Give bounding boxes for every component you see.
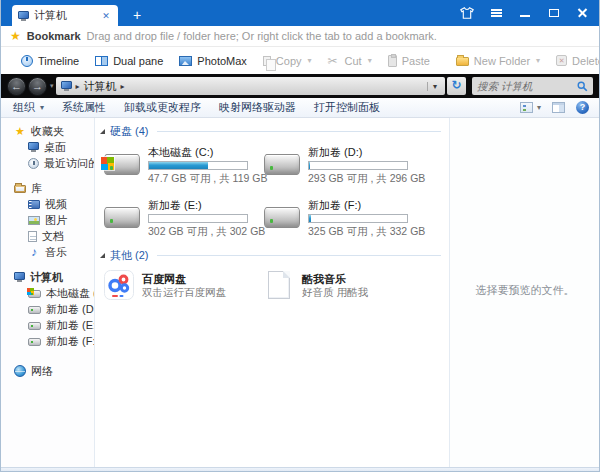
videos-icon bbox=[28, 200, 40, 209]
clover-skin-shirt-icon[interactable] bbox=[460, 6, 474, 20]
search-box[interactable] bbox=[472, 77, 593, 95]
organize-label: 组织 bbox=[13, 100, 35, 115]
breadcrumb-location[interactable]: 计算机 bbox=[84, 79, 117, 94]
new-folder-label: New Folder bbox=[474, 55, 530, 67]
drive-tile-e[interactable]: 新加卷 (E:) 302 GB 可用 , 共 302 GB bbox=[104, 199, 264, 239]
sidebar-item-drive-c[interactable]: 本地磁盘 (C:) bbox=[0, 285, 94, 301]
group-header-label: 其他 (2) bbox=[110, 248, 149, 263]
open-control-panel-button[interactable]: 打开控制面板 bbox=[305, 100, 389, 115]
minimize-icon[interactable] bbox=[518, 6, 532, 20]
sidebar-group-favorites[interactable]: 收藏夹 bbox=[0, 123, 94, 139]
desktop-icon bbox=[28, 142, 39, 150]
maximize-icon[interactable] bbox=[547, 6, 561, 20]
libraries-icon bbox=[14, 185, 26, 193]
chevron-down-icon bbox=[40, 103, 44, 112]
drive-tile-f[interactable]: 新加卷 (F:) 325 GB 可用 , 共 332 GB bbox=[264, 199, 424, 239]
delete-button[interactable]: Delete bbox=[548, 50, 600, 72]
recent-pages-chevron-icon[interactable] bbox=[50, 82, 54, 90]
refresh-button[interactable] bbox=[447, 77, 466, 95]
close-icon[interactable] bbox=[576, 6, 590, 20]
map-network-drive-label: 映射网络驱动器 bbox=[219, 100, 296, 115]
chevron-down-icon[interactable] bbox=[368, 56, 372, 65]
bookmark-bar[interactable]: Bookmark Drag and drop file / folder her… bbox=[0, 26, 600, 47]
help-icon[interactable] bbox=[576, 101, 589, 114]
group-header-hard-disks[interactable]: 硬盘 (4) bbox=[100, 124, 441, 139]
capacity-bar-fill bbox=[309, 215, 311, 222]
change-view-button[interactable] bbox=[520, 102, 541, 113]
timeline-label: Timeline bbox=[38, 55, 79, 67]
sidebar-item-label: 桌面 bbox=[44, 140, 66, 155]
sidebar-item-drive-d[interactable]: 新加卷 (D:) bbox=[0, 301, 94, 317]
sidebar-item-label: 新加卷 (E:) bbox=[46, 318, 95, 333]
sidebar-group-libraries[interactable]: 库 bbox=[0, 180, 94, 196]
preview-pane-toggle-icon[interactable] bbox=[552, 102, 565, 113]
delete-label: Delete bbox=[572, 55, 600, 67]
copy-icon bbox=[263, 56, 271, 66]
chevron-down-icon[interactable] bbox=[536, 56, 540, 65]
tab-computer[interactable]: 计算机 bbox=[12, 5, 118, 26]
drive-detail: 47.7 GB 可用 , 共 119 GB bbox=[148, 172, 252, 186]
sidebar-item-videos[interactable]: 视频 bbox=[0, 196, 94, 212]
sidebar-group-computer[interactable]: 计算机 bbox=[0, 269, 94, 285]
kuwo-music-icon bbox=[268, 271, 290, 299]
paste-label: Paste bbox=[402, 55, 430, 67]
menu-icon[interactable] bbox=[489, 6, 503, 20]
music-icon bbox=[28, 245, 40, 259]
sidebar-item-desktop[interactable]: 桌面 bbox=[0, 139, 94, 155]
scissors-icon bbox=[328, 54, 340, 68]
app-tile-baidu-netdisk[interactable]: 百度网盘 双击运行百度网盘 bbox=[104, 270, 264, 300]
drive-icon bbox=[28, 306, 41, 314]
preview-pane: 选择要预览的文件。 bbox=[449, 118, 600, 467]
tab-close-icon[interactable] bbox=[100, 10, 112, 22]
group-header-other[interactable]: 其他 (2) bbox=[100, 248, 441, 263]
sidebar-item-drive-f[interactable]: 新加卷 (F:) bbox=[0, 333, 94, 349]
dual-pane-icon bbox=[95, 56, 108, 66]
search-icon[interactable] bbox=[577, 81, 588, 92]
breadcrumb-arrow-icon[interactable] bbox=[121, 82, 125, 91]
drive-tile-c[interactable]: 本地磁盘 (C:) 47.7 GB 可用 , 共 119 GB bbox=[104, 146, 264, 186]
timeline-button[interactable]: Timeline bbox=[13, 50, 87, 72]
sidebar-item-recent-places[interactable]: 最近访问的位置 bbox=[0, 155, 94, 171]
organize-menu[interactable]: 组织 bbox=[4, 100, 53, 115]
sidebar-item-music[interactable]: 音乐 bbox=[0, 244, 94, 260]
drive-tile-d[interactable]: 新加卷 (D:) 293 GB 可用 , 共 296 GB bbox=[264, 146, 424, 186]
system-drive-icon bbox=[28, 290, 41, 298]
uninstall-program-button[interactable]: 卸载或更改程序 bbox=[115, 100, 210, 115]
baidu-netdisk-icon bbox=[104, 270, 134, 300]
sidebar-item-pictures[interactable]: 图片 bbox=[0, 212, 94, 228]
capacity-bar-fill bbox=[149, 162, 208, 169]
collapse-triangle-icon bbox=[100, 253, 105, 258]
breadcrumb[interactable]: 计算机 bbox=[56, 77, 445, 95]
sidebar-group-network[interactable]: 网络 bbox=[0, 363, 94, 379]
copy-button[interactable]: Copy bbox=[255, 50, 320, 72]
chevron-down-icon[interactable] bbox=[308, 56, 312, 65]
dual-pane-button[interactable]: Dual pane bbox=[87, 50, 171, 72]
back-button[interactable] bbox=[7, 77, 26, 96]
search-input[interactable] bbox=[477, 80, 577, 92]
drive-icon bbox=[28, 322, 41, 330]
new-tab-button[interactable] bbox=[129, 7, 145, 23]
photomax-icon bbox=[179, 56, 192, 66]
app-tile-kuwo-music[interactable]: 酷我音乐 好音质 用酷我 bbox=[264, 270, 424, 300]
windows-logo-icon bbox=[101, 157, 114, 170]
app-name: 百度网盘 bbox=[142, 272, 246, 286]
paste-button[interactable]: Paste bbox=[380, 50, 438, 72]
cut-button[interactable]: Cut bbox=[320, 50, 380, 72]
system-properties-button[interactable]: 系统属性 bbox=[53, 100, 115, 115]
address-dropdown-icon[interactable] bbox=[427, 82, 440, 91]
pictures-icon bbox=[28, 216, 40, 225]
recent-places-icon bbox=[28, 158, 39, 169]
chevron-down-icon bbox=[537, 103, 541, 112]
map-network-drive-button[interactable]: 映射网络驱动器 bbox=[210, 100, 305, 115]
capacity-bar bbox=[148, 214, 248, 223]
sidebar-item-drive-e[interactable]: 新加卷 (E:) bbox=[0, 317, 94, 333]
tab-title: 计算机 bbox=[34, 8, 95, 23]
new-folder-button[interactable]: New Folder bbox=[448, 50, 548, 72]
breadcrumb-arrow-icon[interactable] bbox=[76, 82, 80, 91]
photomax-button[interactable]: PhotoMax bbox=[171, 50, 255, 72]
group-header-rule bbox=[157, 255, 442, 256]
forward-button[interactable] bbox=[28, 77, 47, 96]
sidebar-item-documents[interactable]: 文档 bbox=[0, 228, 94, 244]
sidebar-item-label: 文档 bbox=[42, 229, 64, 244]
address-bar: 计算机 bbox=[0, 74, 600, 98]
